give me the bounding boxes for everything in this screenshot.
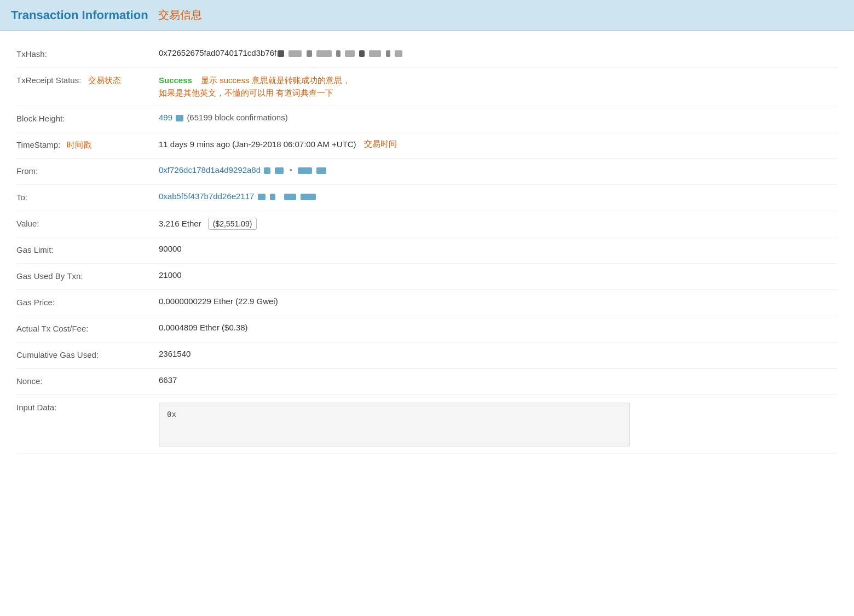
to-blur1	[258, 194, 266, 200]
txreceipt-value: Success 显示 success 意思就是转账成功的意思， 如果是其他英文，…	[159, 74, 838, 99]
blockheight-label: Block Height:	[16, 113, 159, 123]
blockheight-row: Block Height: 499 (65199 block confirmat…	[16, 106, 838, 132]
timestamp-value: 11 days 9 mins ago (Jan-29-2018 06:07:00…	[159, 139, 838, 149]
blockheight-link[interactable]: 499	[159, 113, 172, 122]
inputdata-box: 0x	[159, 403, 630, 446]
from-row: From: 0xf726dc178d1a4d9292a8d •	[16, 159, 838, 185]
gaslimit-label: Gas Limit:	[16, 244, 159, 254]
to-row: To: 0xab5f5f437b7dd26e2117	[16, 185, 838, 211]
timestamp-label-cn: 时间戳	[67, 140, 91, 149]
gasprice-row: Gas Price: 0.0000000229 Ether (22.9 Gwei…	[16, 290, 838, 316]
to-blur4	[301, 194, 316, 200]
from-blur1	[264, 167, 270, 174]
txhash-blur8	[369, 50, 381, 57]
to-value: 0xab5f5f437b7dd26e2117	[159, 191, 838, 201]
timestamp-annotation: 交易时间	[364, 139, 397, 149]
inputdata-label: Input Data:	[16, 402, 159, 412]
gaslimit-value: 90000	[159, 244, 838, 253]
txhash-blur1	[278, 50, 284, 57]
txhash-blur9	[386, 50, 390, 57]
inputdata-row: Input Data: 0x	[16, 395, 838, 454]
to-address-link[interactable]: 0xab5f5f437b7dd26e2117	[159, 191, 254, 201]
gasprice-label: Gas Price:	[16, 297, 159, 307]
txhash-row: TxHash: 0x72652675fad0740171cd3b76f	[16, 42, 838, 68]
to-label: To:	[16, 191, 159, 202]
txreceipt-label-cn: 交易状态	[88, 75, 121, 85]
page-subtitle-cn: 交易信息	[158, 8, 202, 22]
nonce-value: 6637	[159, 375, 838, 385]
gasprice-value: 0.0000000229 Ether (22.9 Gwei)	[159, 297, 838, 306]
txhash-blur2	[288, 50, 302, 57]
txhash-blur5	[336, 50, 341, 57]
page-title: Transaction Information	[11, 8, 148, 22]
actualtxcost-value: 0.0004809 Ether ($0.38)	[159, 323, 838, 332]
from-label: From:	[16, 165, 159, 176]
txhash-blur10	[395, 50, 402, 57]
txhash-value: 0x72652675fad0740171cd3b76f	[159, 48, 838, 57]
txhash-label: TxHash:	[16, 48, 159, 59]
cumulativegas-label: Cumulative Gas Used:	[16, 349, 159, 359]
to-blur2	[270, 194, 275, 200]
block-blur1	[176, 115, 183, 121]
timestamp-row: TimeStamp: 时间戳 11 days 9 mins ago (Jan-2…	[16, 132, 838, 159]
from-value: 0xf726dc178d1a4d9292a8d •	[159, 165, 838, 175]
value-label: Value:	[16, 218, 159, 228]
txhash-text: 0x72652675fad0740171cd3b76f	[159, 48, 276, 57]
to-blur3	[284, 194, 296, 200]
cumulativegas-row: Cumulative Gas Used: 2361540	[16, 342, 838, 369]
from-blur2	[275, 167, 284, 174]
from-sep: •	[290, 165, 292, 175]
gaslimit-row: Gas Limit: 90000	[16, 237, 838, 264]
from-blur4	[316, 167, 326, 174]
cumulativegas-value: 2361540	[159, 349, 838, 358]
txhash-blur3	[307, 50, 312, 57]
from-blur3	[298, 167, 312, 174]
txhash-blur6	[345, 50, 355, 57]
nonce-label: Nonce:	[16, 375, 159, 386]
value-usd: ($2,551.09)	[208, 218, 257, 230]
content-area: TxHash: 0x72652675fad0740171cd3b76f TxRe…	[0, 31, 854, 464]
gasused-row: Gas Used By Txn: 21000	[16, 264, 838, 290]
txreceipt-label: TxReceipt Status: 交易状态	[16, 74, 159, 86]
value-row: Value: 3.216 Ether ($2,551.09)	[16, 211, 838, 237]
timestamp-label: TimeStamp: 时间戳	[16, 139, 159, 150]
actualtxcost-row: Actual Tx Cost/Fee: 0.0004809 Ether ($0.…	[16, 316, 838, 342]
gasused-label: Gas Used By Txn:	[16, 270, 159, 281]
page-header: Transaction Information 交易信息	[0, 0, 854, 31]
actualtxcost-label: Actual Tx Cost/Fee:	[16, 323, 159, 333]
txhash-blur4	[316, 50, 332, 57]
from-address-link[interactable]: 0xf726dc178d1a4d9292a8d	[159, 165, 261, 175]
blockheight-value: 499 (65199 block confirmations)	[159, 113, 838, 122]
inputdata-value: 0x	[159, 402, 838, 446]
txreceipt-row: TxReceipt Status: 交易状态 Success 显示 succes…	[16, 68, 838, 106]
txhash-blur7	[359, 50, 365, 57]
blockheight-confirmations: (65199 block confirmations)	[187, 113, 287, 122]
txreceipt-status: Success	[159, 75, 192, 85]
value-value: 3.216 Ether ($2,551.09)	[159, 218, 838, 230]
nonce-row: Nonce: 6637	[16, 369, 838, 395]
gasused-value: 21000	[159, 270, 838, 280]
value-ether: 3.216 Ether	[159, 219, 201, 228]
